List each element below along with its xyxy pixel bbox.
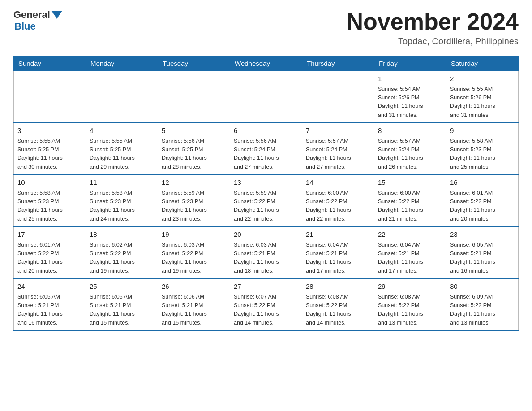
- day-info: Sunrise: 6:00 AMSunset: 5:22 PMDaylight:…: [378, 189, 442, 224]
- day-info: Sunrise: 6:01 AMSunset: 5:22 PMDaylight:…: [450, 189, 515, 224]
- day-number: 23: [450, 230, 515, 240]
- day-info: Sunrise: 5:58 AMSunset: 5:23 PMDaylight:…: [90, 189, 154, 224]
- calendar-cell: 16Sunrise: 6:01 AMSunset: 5:22 PMDayligh…: [446, 175, 519, 227]
- page-header: General Blue November 2024 Topdac, Cordi…: [13, 9, 519, 47]
- day-number: 12: [162, 178, 226, 188]
- day-number: 6: [234, 126, 298, 136]
- calendar-cell: 10Sunrise: 5:58 AMSunset: 5:23 PMDayligh…: [14, 175, 86, 227]
- calendar-cell: 6Sunrise: 5:56 AMSunset: 5:24 PMDaylight…: [230, 123, 302, 175]
- calendar-week-row: 17Sunrise: 6:01 AMSunset: 5:22 PMDayligh…: [14, 227, 519, 278]
- weekday-header-tuesday: Tuesday: [158, 56, 230, 71]
- calendar-cell: 23Sunrise: 6:05 AMSunset: 5:21 PMDayligh…: [446, 227, 519, 278]
- day-info: Sunrise: 5:59 AMSunset: 5:23 PMDaylight:…: [162, 189, 226, 224]
- day-info: Sunrise: 5:59 AMSunset: 5:22 PMDaylight:…: [234, 189, 298, 224]
- day-info: Sunrise: 6:06 AMSunset: 5:21 PMDaylight:…: [90, 293, 154, 328]
- day-number: 8: [378, 126, 442, 136]
- day-number: 15: [378, 178, 442, 188]
- calendar-cell: 24Sunrise: 6:05 AMSunset: 5:21 PMDayligh…: [14, 278, 86, 330]
- day-number: 3: [17, 126, 82, 136]
- weekday-header-wednesday: Wednesday: [230, 56, 302, 71]
- day-number: 1: [378, 74, 442, 84]
- weekday-header-sunday: Sunday: [14, 56, 86, 71]
- day-number: 19: [162, 230, 226, 240]
- calendar-cell: 28Sunrise: 6:08 AMSunset: 5:22 PMDayligh…: [302, 278, 374, 330]
- day-info: Sunrise: 6:05 AMSunset: 5:21 PMDaylight:…: [450, 241, 515, 276]
- calendar-cell: [302, 71, 374, 123]
- day-info: Sunrise: 6:01 AMSunset: 5:22 PMDaylight:…: [17, 241, 82, 276]
- day-number: 11: [90, 178, 154, 188]
- calendar-cell: 29Sunrise: 6:08 AMSunset: 5:22 PMDayligh…: [374, 278, 446, 330]
- calendar-cell: 8Sunrise: 5:57 AMSunset: 5:24 PMDaylight…: [374, 123, 446, 175]
- day-number: 30: [450, 282, 515, 292]
- calendar-cell: 9Sunrise: 5:58 AMSunset: 5:23 PMDaylight…: [446, 123, 519, 175]
- day-info: Sunrise: 5:58 AMSunset: 5:23 PMDaylight:…: [450, 137, 515, 172]
- day-info: Sunrise: 6:00 AMSunset: 5:22 PMDaylight:…: [306, 189, 370, 224]
- day-info: Sunrise: 5:54 AMSunset: 5:26 PMDaylight:…: [378, 85, 442, 120]
- calendar-cell: 27Sunrise: 6:07 AMSunset: 5:22 PMDayligh…: [230, 278, 302, 330]
- calendar-cell: [86, 71, 158, 123]
- day-number: 18: [90, 230, 154, 240]
- day-info: Sunrise: 6:04 AMSunset: 5:21 PMDaylight:…: [378, 241, 442, 276]
- calendar-week-row: 3Sunrise: 5:55 AMSunset: 5:25 PMDaylight…: [14, 123, 519, 175]
- day-number: 27: [234, 282, 298, 292]
- calendar-cell: 18Sunrise: 6:02 AMSunset: 5:22 PMDayligh…: [86, 227, 158, 278]
- weekday-header-thursday: Thursday: [302, 56, 374, 71]
- weekday-header-friday: Friday: [374, 56, 446, 71]
- calendar-cell: 15Sunrise: 6:00 AMSunset: 5:22 PMDayligh…: [374, 175, 446, 227]
- calendar-cell: 30Sunrise: 6:09 AMSunset: 5:22 PMDayligh…: [446, 278, 519, 330]
- day-number: 25: [90, 282, 154, 292]
- day-number: 29: [378, 282, 442, 292]
- calendar-cell: 12Sunrise: 5:59 AMSunset: 5:23 PMDayligh…: [158, 175, 230, 227]
- weekday-header-row: SundayMondayTuesdayWednesdayThursdayFrid…: [14, 56, 519, 71]
- logo-triangle-icon: [51, 11, 62, 19]
- calendar-cell: 17Sunrise: 6:01 AMSunset: 5:22 PMDayligh…: [14, 227, 86, 278]
- day-info: Sunrise: 5:55 AMSunset: 5:26 PMDaylight:…: [450, 85, 515, 120]
- calendar-cell: 2Sunrise: 5:55 AMSunset: 5:26 PMDaylight…: [446, 71, 519, 123]
- day-info: Sunrise: 5:55 AMSunset: 5:25 PMDaylight:…: [90, 137, 154, 172]
- day-info: Sunrise: 6:04 AMSunset: 5:21 PMDaylight:…: [306, 241, 370, 276]
- calendar-week-row: 10Sunrise: 5:58 AMSunset: 5:23 PMDayligh…: [14, 175, 519, 227]
- day-info: Sunrise: 6:03 AMSunset: 5:21 PMDaylight:…: [234, 241, 298, 276]
- calendar-week-row: 24Sunrise: 6:05 AMSunset: 5:21 PMDayligh…: [14, 278, 519, 330]
- logo: General Blue: [13, 9, 62, 32]
- day-info: Sunrise: 5:57 AMSunset: 5:24 PMDaylight:…: [306, 137, 370, 172]
- calendar-cell: 5Sunrise: 5:56 AMSunset: 5:25 PMDaylight…: [158, 123, 230, 175]
- calendar-cell: 22Sunrise: 6:04 AMSunset: 5:21 PMDayligh…: [374, 227, 446, 278]
- calendar-cell: [14, 71, 86, 123]
- day-number: 4: [90, 126, 154, 136]
- day-info: Sunrise: 5:56 AMSunset: 5:24 PMDaylight:…: [234, 137, 298, 172]
- calendar-cell: 20Sunrise: 6:03 AMSunset: 5:21 PMDayligh…: [230, 227, 302, 278]
- day-info: Sunrise: 6:07 AMSunset: 5:22 PMDaylight:…: [234, 293, 298, 328]
- day-number: 24: [17, 282, 82, 292]
- day-number: 17: [17, 230, 82, 240]
- weekday-header-monday: Monday: [86, 56, 158, 71]
- month-title: November 2024: [347, 9, 519, 34]
- day-number: 9: [450, 126, 515, 136]
- day-number: 26: [162, 282, 226, 292]
- day-number: 28: [306, 282, 370, 292]
- day-info: Sunrise: 5:55 AMSunset: 5:25 PMDaylight:…: [17, 137, 82, 172]
- day-info: Sunrise: 6:08 AMSunset: 5:22 PMDaylight:…: [378, 293, 442, 328]
- calendar-cell: 1Sunrise: 5:54 AMSunset: 5:26 PMDaylight…: [374, 71, 446, 123]
- day-number: 13: [234, 178, 298, 188]
- day-info: Sunrise: 6:09 AMSunset: 5:22 PMDaylight:…: [450, 293, 515, 328]
- calendar-cell: 4Sunrise: 5:55 AMSunset: 5:25 PMDaylight…: [86, 123, 158, 175]
- day-info: Sunrise: 6:06 AMSunset: 5:21 PMDaylight:…: [162, 293, 226, 328]
- day-number: 14: [306, 178, 370, 188]
- calendar-table: SundayMondayTuesdayWednesdayThursdayFrid…: [13, 56, 519, 331]
- calendar-cell: 11Sunrise: 5:58 AMSunset: 5:23 PMDayligh…: [86, 175, 158, 227]
- logo-blue-text: Blue: [14, 21, 36, 32]
- calendar-cell: 13Sunrise: 5:59 AMSunset: 5:22 PMDayligh…: [230, 175, 302, 227]
- day-number: 2: [450, 74, 515, 84]
- day-info: Sunrise: 6:02 AMSunset: 5:22 PMDaylight:…: [90, 241, 154, 276]
- day-info: Sunrise: 6:03 AMSunset: 5:22 PMDaylight:…: [162, 241, 226, 276]
- weekday-header-saturday: Saturday: [446, 56, 519, 71]
- calendar-cell: 3Sunrise: 5:55 AMSunset: 5:25 PMDaylight…: [14, 123, 86, 175]
- day-info: Sunrise: 5:57 AMSunset: 5:24 PMDaylight:…: [378, 137, 442, 172]
- calendar-week-row: 1Sunrise: 5:54 AMSunset: 5:26 PMDaylight…: [14, 71, 519, 123]
- day-info: Sunrise: 5:58 AMSunset: 5:23 PMDaylight:…: [17, 189, 82, 224]
- day-number: 10: [17, 178, 82, 188]
- day-info: Sunrise: 6:05 AMSunset: 5:21 PMDaylight:…: [17, 293, 82, 328]
- day-info: Sunrise: 6:08 AMSunset: 5:22 PMDaylight:…: [306, 293, 370, 328]
- day-number: 7: [306, 126, 370, 136]
